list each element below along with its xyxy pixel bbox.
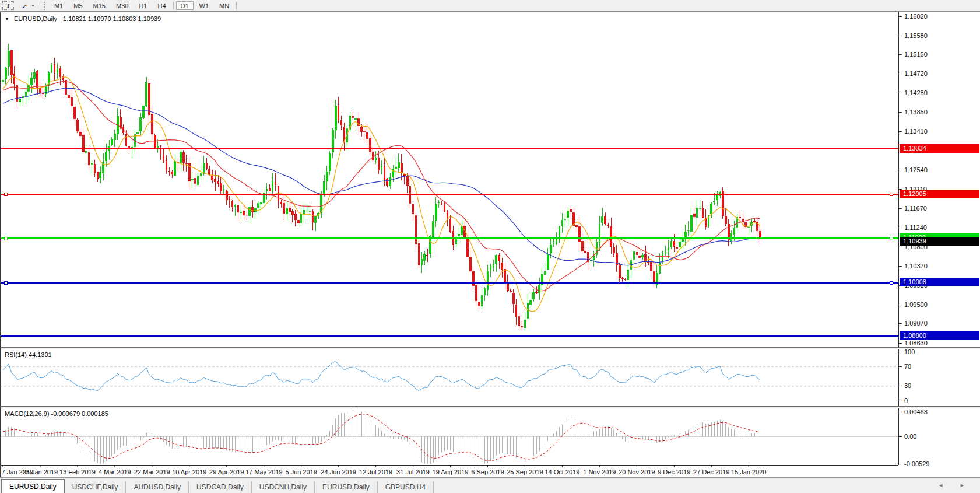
price-level-badge: 1.12005 bbox=[900, 190, 979, 198]
tab-scroll-left-icon[interactable]: ◂ bbox=[939, 481, 951, 488]
tab-scroll-buttons: ◂ ▸ bbox=[939, 481, 972, 489]
rsi-tick-mark bbox=[899, 366, 902, 367]
rsi-tick-label: 0 bbox=[904, 397, 908, 405]
rsi-pane: RSI(14) 44.1301 bbox=[0, 349, 898, 406]
rsi-tick-mark bbox=[899, 386, 902, 386]
current-price-badge: 1.10939 bbox=[900, 237, 979, 246]
chart-window-left-border bbox=[0, 12, 1, 477]
price-tick-label: 1.09500 bbox=[904, 301, 928, 309]
dropdown-caret-icon: ▾ bbox=[31, 1, 34, 10]
chart-tab-usdcnh-daily[interactable]: USDCNH,Daily bbox=[252, 481, 315, 493]
macd-pane: MACD(12,26,9) -0.000679 0.000185 bbox=[0, 408, 898, 465]
macd-tick-label: 0.00463 bbox=[904, 408, 928, 416]
level-line-handle[interactable] bbox=[890, 281, 893, 284]
arrow-tool-icon bbox=[22, 2, 30, 9]
chart-title-symbol: EURUSD,Daily bbox=[14, 15, 57, 22]
price-tick-label: 1.13410 bbox=[904, 128, 928, 135]
tab-scroll-right-icon[interactable]: ▸ bbox=[960, 481, 972, 488]
price-tick-mark bbox=[899, 305, 902, 305]
price-tick-mark bbox=[899, 247, 902, 247]
rsi-tick-mark bbox=[899, 401, 902, 401]
price-tick-mark bbox=[899, 266, 902, 267]
price-tick-mark bbox=[899, 170, 902, 170]
price-tick-label: 1.14280 bbox=[904, 89, 928, 97]
toolbar-separator bbox=[236, 2, 237, 10]
date-label: 13 Feb 2019 bbox=[59, 468, 96, 475]
price-level-badge: 1.13034 bbox=[900, 144, 979, 153]
candlestick-chart-canvas[interactable] bbox=[0, 12, 898, 348]
timeframe-button-M1[interactable]: M1 bbox=[50, 1, 68, 10]
timeframe-button-M15[interactable]: M15 bbox=[89, 1, 110, 10]
level-line-handle[interactable] bbox=[4, 237, 7, 240]
date-label: 29 Apr 2019 bbox=[209, 468, 244, 475]
timeframe-button-MN[interactable]: MN bbox=[215, 1, 234, 10]
chart-collapse-icon[interactable]: ▼ bbox=[5, 16, 9, 22]
toolbar-grip[interactable] bbox=[44, 2, 47, 10]
chart-tab-bar: EURUSD,DailyUSDCHF,DailyAUDUSD,DailyUSDC… bbox=[0, 477, 980, 493]
chart-tab-eurusd-daily[interactable]: EURUSD,Daily bbox=[1, 479, 65, 493]
price-tick-mark bbox=[899, 112, 902, 113]
date-label: 15 Jan 2020 bbox=[731, 468, 767, 475]
macd-histogram bbox=[3, 410, 760, 464]
price-tick-mark bbox=[899, 54, 902, 55]
pane-splitter[interactable] bbox=[0, 347, 980, 349]
candles[interactable] bbox=[2, 44, 761, 331]
macd-tick-label: -0.00529 bbox=[904, 460, 929, 468]
level-line-handle[interactable] bbox=[4, 281, 7, 284]
chart-tab-gbpusd-h4[interactable]: GBPUSD,H4 bbox=[378, 481, 434, 493]
price-tick-label: 1.11670 bbox=[904, 205, 927, 212]
text-tool-icon: T bbox=[6, 1, 10, 10]
price-tick-mark bbox=[899, 74, 902, 74]
price-tick-label: 1.12540 bbox=[904, 166, 928, 174]
macd-tick-mark bbox=[899, 464, 902, 464]
rsi-chart-canvas[interactable] bbox=[0, 349, 898, 406]
price-tick-mark bbox=[899, 208, 902, 209]
chart-title-ohlc: 1.10821 1.10970 1.10803 1.10939 bbox=[63, 15, 161, 22]
level-line-handle[interactable] bbox=[890, 193, 893, 196]
date-label: 24 Jun 2019 bbox=[321, 468, 356, 475]
pane-splitter[interactable] bbox=[0, 406, 980, 408]
price-tick-mark bbox=[899, 93, 902, 93]
rsi-indicator-label: RSI(14) 44.1301 bbox=[5, 351, 52, 358]
date-label: 5 Jun 2019 bbox=[285, 468, 317, 475]
chart-tab-eurusd-daily[interactable]: EURUSD,Daily bbox=[315, 481, 378, 493]
chart-tab-audusd-daily[interactable]: AUDUSD,Daily bbox=[126, 481, 189, 493]
timeframe-button-H4[interactable]: H4 bbox=[153, 1, 170, 10]
date-label: 12 Jul 2019 bbox=[359, 468, 392, 475]
macd-indicator-label: MACD(12,26,9) -0.000679 0.000185 bbox=[5, 410, 108, 417]
price-tick-mark bbox=[899, 16, 902, 17]
chart-tab-usdcad-daily[interactable]: USDCAD,Daily bbox=[189, 481, 252, 493]
macd-tick-label: 0.00 bbox=[904, 433, 916, 440]
timeframe-button-M5[interactable]: M5 bbox=[69, 1, 87, 10]
level-line-handle[interactable] bbox=[890, 237, 893, 240]
date-label: 31 Jul 2019 bbox=[396, 468, 430, 475]
level-line-handle[interactable] bbox=[4, 193, 7, 196]
price-level-badge: 1.10008 bbox=[900, 278, 979, 286]
timeframe-button-H1[interactable]: H1 bbox=[134, 1, 152, 10]
rsi-tick-label: 100 bbox=[904, 348, 915, 356]
price-tick-label: 1.15580 bbox=[904, 32, 928, 40]
price-tick-label: 1.14720 bbox=[904, 70, 928, 78]
date-axis[interactable]: 7 Jan 201925 Jan 201913 Feb 20194 Mar 20… bbox=[0, 465, 898, 477]
timeframe-button-W1[interactable]: W1 bbox=[195, 1, 214, 10]
macd-chart-canvas[interactable] bbox=[0, 408, 898, 465]
date-label: 25 Sep 2019 bbox=[507, 468, 543, 475]
date-label: 9 Dec 2019 bbox=[658, 468, 690, 475]
price-tick-label: 1.15150 bbox=[904, 51, 928, 58]
price-tick-mark bbox=[899, 131, 902, 132]
moving-average-25 bbox=[3, 81, 760, 291]
timeframe-button-D1[interactable]: D1 bbox=[176, 1, 194, 10]
price-tick-label: 1.16020 bbox=[904, 13, 928, 20]
chart-tab-usdchf-daily[interactable]: USDCHF,Daily bbox=[65, 481, 127, 493]
rsi-tick-mark bbox=[899, 352, 902, 352]
date-label: 20 Nov 2019 bbox=[619, 468, 655, 475]
date-label: 22 Mar 2019 bbox=[134, 468, 170, 475]
price-tick-label: 1.11240 bbox=[904, 224, 927, 232]
chart-tabs: EURUSD,DailyUSDCHF,DailyAUDUSD,DailyUSDC… bbox=[1, 479, 434, 493]
date-label: 6 Sep 2019 bbox=[471, 468, 504, 475]
timeframe-button-M30[interactable]: M30 bbox=[111, 1, 133, 10]
date-label: 14 Oct 2019 bbox=[545, 468, 579, 475]
arrow-tool-button[interactable]: ▾ bbox=[17, 1, 39, 10]
price-tick-mark bbox=[899, 228, 902, 228]
text-tool-button[interactable]: T bbox=[2, 1, 14, 10]
